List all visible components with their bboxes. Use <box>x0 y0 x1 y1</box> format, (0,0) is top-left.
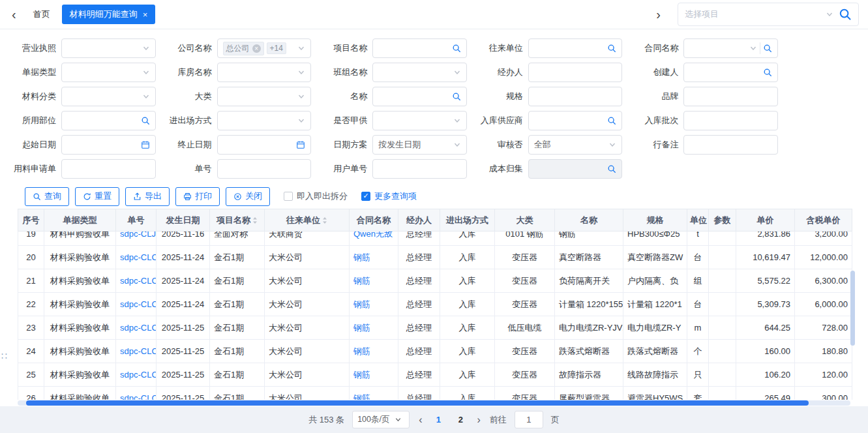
table-row[interactable]: 23材料采购验收单sdpc-CLCG2025-11-25金石1期大米公司钢筋总经… <box>18 316 852 340</box>
filter-field-creator: 创建人 <box>630 63 778 82</box>
print-button[interactable]: 打印 <box>175 187 220 206</box>
cell-link[interactable]: 钢筋 <box>350 316 398 340</box>
button-label: 关闭 <box>245 190 262 202</box>
contract-name-select-outsearch[interactable] <box>683 38 778 58</box>
material-category-select[interactable] <box>61 87 156 106</box>
audit-status-select[interactable]: 全部 <box>528 135 623 155</box>
tab-material-query[interactable]: 材料明细万能查询 × <box>62 5 156 24</box>
cell-link[interactable]: 钢筋 <box>350 246 398 269</box>
search-icon[interactable] <box>839 8 852 21</box>
filter-label: 单据类型 <box>8 67 61 78</box>
project-select[interactable]: 选择项目 <box>678 3 859 26</box>
table-body-viewport[interactable]: 19材料申购验收单sdpc-CLJG2025-11-16全面对称天联商贸Qwen… <box>18 231 868 400</box>
date-scheme-select[interactable]: 按发生日期 <box>372 135 467 155</box>
project-name-search[interactable] <box>372 38 467 58</box>
page-number-2[interactable]: 2 <box>453 415 468 425</box>
table-row[interactable]: 25材料采购验收单sdpc-CLCG2025-11-25金石1期大米公司钢筋总经… <box>18 363 852 387</box>
tag-close-icon[interactable]: × <box>252 44 261 53</box>
table-row[interactable]: 20材料采购验收单sdpc-CLCG2025-11-24金石1期大米公司钢筋总经… <box>18 246 852 269</box>
cell-link[interactable]: 钢筋 <box>350 363 398 387</box>
table-row[interactable]: 21材料采购验收单sdpc-CLCG2025-11-24金石1期大米公司钢筋总经… <box>18 269 852 293</box>
cell-link[interactable]: 钢筋 <box>350 340 398 363</box>
forward-chevron-icon[interactable]: › <box>653 8 663 21</box>
cell-link[interactable]: sdpc-CLCG <box>116 387 157 400</box>
vertical-scrollbar[interactable] <box>850 271 855 346</box>
team-name-select[interactable] <box>372 63 467 82</box>
warehouse-name-select[interactable] <box>217 63 312 82</box>
cell-link[interactable]: sdpc-CLCG <box>116 316 157 340</box>
major-class-select[interactable] <box>217 87 312 106</box>
cell-link[interactable]: sdpc-CLCG <box>116 293 157 316</box>
filter-field-doc-no: 单号 <box>164 159 312 179</box>
cell-link[interactable]: sdpc-CLCG <box>116 340 157 363</box>
split-in-out-checkbox[interactable]: 即入即出拆分 <box>284 190 348 202</box>
selected-tag[interactable]: 总公司× <box>223 42 264 55</box>
results-table: 序号单据类型单号发生日期项目名称往来单位合同名称经办人进出场方式大类名称规格单位… <box>0 209 868 406</box>
used-position-search[interactable] <box>61 111 156 130</box>
inbound-supplier-search[interactable] <box>528 111 623 130</box>
table-row[interactable]: 24材料采购验收单sdpc-CLCG2025-11-25金石1期大米公司钢筋总经… <box>18 340 852 363</box>
filter-label: 是否甲供 <box>319 115 372 127</box>
more-query-checkbox[interactable]: 更多查询项 <box>361 190 417 202</box>
cell-link[interactable]: sdpc-CLJG <box>116 231 157 246</box>
column-header-9: 进出场方式 <box>440 209 495 231</box>
cell-link[interactable]: sdpc-CLCG <box>116 363 157 387</box>
table-row[interactable]: 19材料申购验收单sdpc-CLJG2025-11-16全面对称天联商贸Qwen… <box>18 231 852 246</box>
user-doc-no-input[interactable] <box>372 159 467 179</box>
cell: 20 <box>18 246 44 269</box>
page-size-select[interactable]: 100条/页 <box>352 411 410 428</box>
close-button[interactable]: 关闭 <box>226 187 270 206</box>
cell: 644.25 <box>736 316 795 340</box>
column-header-5[interactable]: 项目名称 <box>210 209 265 231</box>
cell-link[interactable]: 钢筋 <box>350 293 398 316</box>
prev-page-button[interactable]: ‹ <box>417 414 423 426</box>
cell: 265.49 <box>736 387 795 400</box>
creator-search[interactable] <box>683 63 778 82</box>
cell-link[interactable]: Qwen无敌 <box>350 231 398 246</box>
close-tab-icon[interactable]: × <box>143 10 148 19</box>
cell: 入库 <box>440 316 495 340</box>
page-size-value: 100条/页 <box>357 414 389 425</box>
material-request-input[interactable] <box>61 159 156 179</box>
cell: 材料申购验收单 <box>44 231 116 246</box>
horizontal-scrollbar[interactable] <box>26 400 809 406</box>
table-row[interactable]: 22材料采购验收单sdpc-CLCG2025-11-24金石1期大米公司钢筋总经… <box>18 293 852 316</box>
goto-label: 前往 <box>490 414 507 426</box>
dock-handle-icon[interactable]: ∷ <box>1 351 7 361</box>
cell-link[interactable]: 钢筋 <box>350 387 398 400</box>
cell-link[interactable]: 钢筋 <box>350 269 398 293</box>
spec-input[interactable] <box>528 87 623 106</box>
cell-link[interactable]: sdpc-CLCG <box>116 269 157 293</box>
name-search[interactable] <box>372 87 467 106</box>
handler-input[interactable] <box>528 63 623 82</box>
inbound-batch-input[interactable] <box>683 111 778 130</box>
inout-method-select[interactable] <box>217 111 312 130</box>
export-button[interactable]: 导出 <box>125 187 170 206</box>
is-owner-supplied-select[interactable] <box>372 111 467 130</box>
column-header-6[interactable]: 往来单位 <box>265 209 350 231</box>
cell: 25 <box>18 363 44 387</box>
table-row[interactable]: 26材料采购验收单sdpc-CLCG2025-11-25金石1期大米公司钢筋总经… <box>18 387 852 400</box>
company-name-select-tags[interactable]: 总公司×+14 <box>217 38 312 58</box>
control-value: 全部 <box>534 139 606 151</box>
cell-link[interactable]: sdpc-CLCG <box>116 246 157 269</box>
doc-no-input[interactable] <box>217 159 312 179</box>
brand-input[interactable] <box>683 87 778 106</box>
query-button[interactable]: 查询 <box>25 187 69 206</box>
filter-label: 终止日期 <box>164 139 217 151</box>
chevron-down-icon <box>297 93 305 100</box>
end-date-date[interactable] <box>217 135 312 155</box>
filter-label: 班组名称 <box>319 67 372 78</box>
reset-button[interactable]: 重置 <box>75 187 119 206</box>
next-page-button[interactable]: › <box>475 414 481 426</box>
start-date-date[interactable] <box>61 135 156 155</box>
page-number-1[interactable]: 1 <box>431 415 445 425</box>
goto-page-input[interactable] <box>515 411 543 428</box>
back-chevron-icon[interactable]: ‹ <box>9 8 19 21</box>
business-license-select[interactable] <box>61 38 156 58</box>
doc-type-select[interactable] <box>61 63 156 82</box>
cell: 总经理 <box>398 293 440 316</box>
tab-home[interactable]: 首页 <box>19 8 62 20</box>
counterparty-search[interactable] <box>528 38 623 58</box>
row-remark-input[interactable] <box>683 135 778 155</box>
